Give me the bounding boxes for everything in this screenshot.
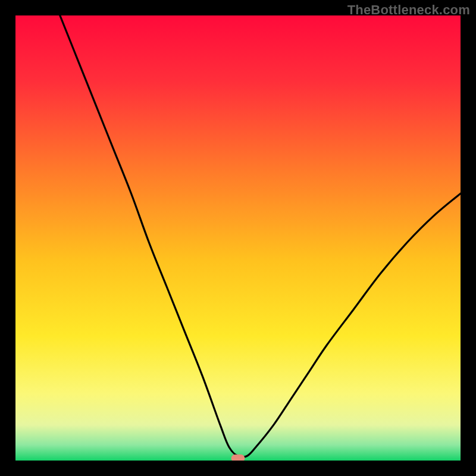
- bottleneck-chart: [15, 15, 461, 461]
- optimum-marker: [231, 455, 245, 461]
- chart-frame: TheBottleneck.com: [0, 0, 476, 476]
- plot-area: [15, 15, 461, 461]
- gradient-background: [15, 15, 461, 461]
- watermark-text: TheBottleneck.com: [347, 2, 470, 18]
